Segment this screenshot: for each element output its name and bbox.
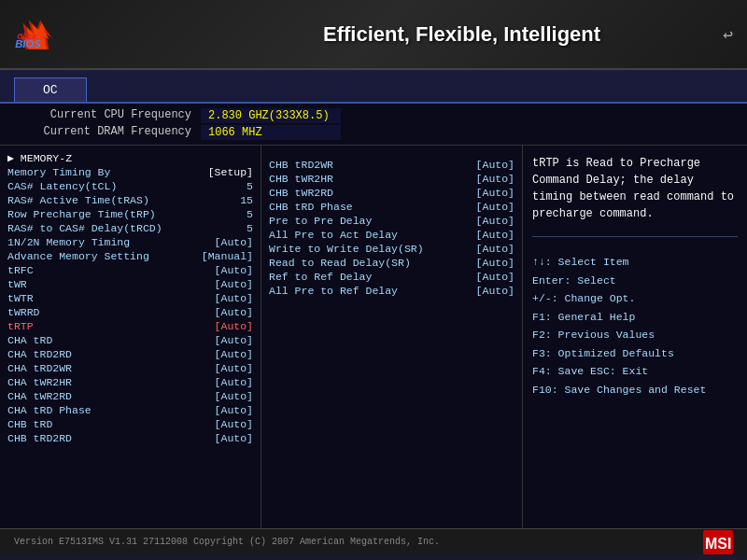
left-menu-item[interactable]: CHA tRD[Auto] [0,333,261,347]
left-menu-item[interactable]: CHA tWR2HR[Auto] [0,375,261,389]
main-content: ▶ MEMORY-Z Memory Timing By[Setup] CAS# … [0,146,747,528]
svg-text:MSI: MSI [705,536,731,552]
left-menu-item[interactable]: RAS# Active Time(tRAS)15 [0,193,261,207]
msi-dragon-icon: MSI [703,530,733,554]
logo-area: Click BIOS [14,11,201,58]
nav-help-item: F2: Previous Values [532,326,738,344]
click-bios-logo: Click BIOS [14,11,61,58]
middle-menu-item[interactable]: Ref to Ref Delay[Auto] [261,270,522,284]
left-menu-item[interactable]: tWR[Auto] [0,277,261,291]
left-menu-item[interactable]: Advance Memory Setting[Manual] [0,249,261,263]
left-menu-item[interactable]: CHA tRD Phase[Auto] [0,403,261,417]
middle-menu-item[interactable]: All Pre to Act Delay[Auto] [261,228,522,242]
left-panel: ▶ MEMORY-Z Memory Timing By[Setup] CAS# … [0,146,261,528]
middle-menu-item[interactable]: CHB tRD Phase[Auto] [261,200,522,214]
dram-freq-value: 1066 MHZ [201,125,341,140]
cpu-freq-label: Current CPU Frequency [14,108,201,123]
left-menu-item[interactable]: 1N/2N Memory Timing[Auto] [0,235,261,249]
left-menu-item[interactable]: CHB tRD[Auto] [0,417,261,431]
middle-menu-item[interactable]: All Pre to Ref Delay[Auto] [261,284,522,298]
footer-text: Version E7513IMS V1.31 27112008 Copyrigh… [14,537,440,547]
left-menu-item[interactable]: tRFC[Auto] [0,263,261,277]
middle-menu-item[interactable]: Pre to Pre Delay[Auto] [261,214,522,228]
footer: Version E7513IMS V1.31 27112008 Copyrigh… [0,528,747,554]
middle-menu-item[interactable]: Read to Read Delay(SR)[Auto] [261,256,522,270]
nav-help: ↑↓: Select ItemEnter: Select+/-: Change … [532,253,738,399]
middle-menu-item[interactable]: Write to Write Delay(SR)[Auto] [261,242,522,256]
left-menu-item[interactable]: Row Precharge Time(tRP)5 [0,207,261,221]
middle-panel: CHB tRD2WR[Auto]CHB tWR2HR[Auto]CHB tWR2… [261,146,523,528]
left-menu-item[interactable]: ▶ MEMORY-Z [0,150,261,165]
nav-help-item: +/-: Change Opt. [532,289,738,308]
header-tagline: Efficient, Flexible, Intelligent [201,22,723,47]
cpu-freq-row: Current CPU Frequency 2.830 GHZ(333X8.5) [14,108,733,123]
right-panel: tRTP is Read to Precharge Command Delay;… [523,146,747,528]
nav-help-item: F4: Save ESC: Exit [532,362,738,381]
left-menu-item[interactable]: tRTP[Auto] [0,319,261,333]
left-menu-item[interactable]: Memory Timing By[Setup] [0,165,261,179]
tab-oc[interactable]: OC [14,77,87,102]
left-menu-item[interactable]: RAS# to CAS# Delay(tRCD)5 [0,221,261,235]
header: Click BIOS Efficient, Flexible, Intellig… [0,0,747,70]
left-menu-item[interactable]: CAS# Latency(tCL)5 [0,179,261,193]
svg-text:BIOS: BIOS [15,37,41,49]
nav-help-item: F1: General Help [532,308,738,327]
dram-freq-row: Current DRAM Frequency 1066 MHZ [14,125,733,140]
left-menu-item[interactable]: tWRRD[Auto] [0,305,261,319]
left-menu-item[interactable]: CHA tRD2RD[Auto] [0,347,261,361]
nav-help-item: Enter: Select [532,272,738,290]
dram-freq-label: Current DRAM Frequency [14,125,201,140]
left-menu-item[interactable]: CHA tWR2RD[Auto] [0,389,261,403]
left-menu-item[interactable]: CHA tRD2WR[Auto] [0,361,261,375]
info-bar: Current CPU Frequency 2.830 GHZ(333X8.5)… [0,104,747,146]
left-menu-item[interactable]: CHB tRD2RD[Auto] [0,431,261,445]
cpu-freq-value: 2.830 GHZ(333X8.5) [201,108,341,123]
back-icon[interactable]: ↩ [723,24,733,45]
middle-menu: CHB tRD2WR[Auto]CHB tWR2HR[Auto]CHB tWR2… [261,158,522,298]
middle-menu-item[interactable]: CHB tRD2WR[Auto] [261,158,522,172]
nav-help-item: ↑↓: Select Item [532,253,738,272]
tab-bar: OC [0,70,747,104]
left-menu-item[interactable]: tWTR[Auto] [0,291,261,305]
left-menu: ▶ MEMORY-Z Memory Timing By[Setup] CAS# … [0,150,261,445]
help-text: tRTP is Read to Precharge Command Delay;… [532,155,738,222]
nav-help-item: F10: Save Changes and Reset [532,381,738,399]
footer-logo-area: MSI [703,530,733,554]
middle-menu-item[interactable]: CHB tWR2HR[Auto] [261,172,522,186]
nav-help-item: F3: Optimized Defaults [532,344,738,363]
middle-menu-item[interactable]: CHB tWR2RD[Auto] [261,186,522,200]
